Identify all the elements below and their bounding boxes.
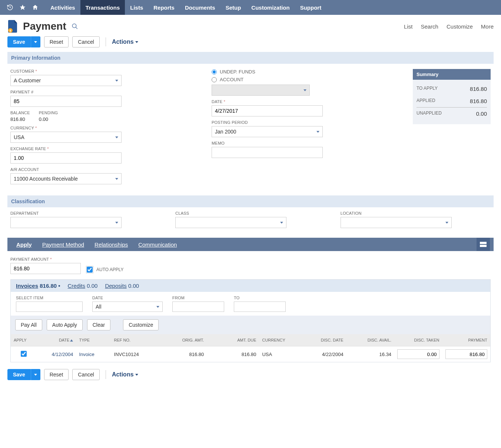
clear-button[interactable]: Clear (87, 319, 110, 330)
col-disc-taken[interactable]: DISC. TAKEN (394, 334, 442, 346)
paymentno-label: PAYMENT # (10, 90, 197, 94)
reset-button-bottom[interactable]: Reset (44, 369, 69, 380)
payment-doc-icon: $ (7, 20, 18, 33)
nav-menu: Activities Transactions Lists Reports Do… (45, 0, 326, 15)
sort-asc-icon (70, 339, 73, 342)
top-nav: Activities Transactions Lists Reports Do… (0, 0, 501, 15)
customer-label: CUSTOMER (10, 69, 197, 73)
location-select[interactable] (341, 217, 452, 228)
filter-date-select[interactable]: All (92, 302, 163, 312)
col-date[interactable]: DATE (37, 334, 76, 346)
row-payment-input[interactable] (445, 349, 488, 359)
nav-activities[interactable]: Activities (45, 0, 80, 15)
star-icon[interactable] (17, 2, 28, 13)
nav-lists[interactable]: Lists (125, 0, 148, 15)
paymentno-input[interactable] (10, 96, 122, 107)
undep-funds-radio[interactable] (212, 69, 217, 75)
filter-from-input[interactable] (172, 302, 224, 312)
balance-value: 816.80 (10, 116, 30, 122)
col-apply[interactable]: APPLY (11, 334, 37, 346)
col-disc-avail[interactable]: DISC. AVAIL. (346, 334, 394, 346)
row-apply-checkbox[interactable] (21, 351, 27, 357)
col-currency[interactable]: CURRENCY (259, 334, 303, 346)
row-date[interactable]: 4/12/2004 (52, 352, 73, 357)
exrate-input[interactable] (10, 152, 122, 164)
link-more[interactable]: More (481, 23, 494, 30)
row-orig-amt: 816.80 (155, 346, 207, 362)
reset-button[interactable]: Reset (44, 36, 69, 47)
class-select[interactable] (175, 217, 286, 228)
svg-point-3 (72, 24, 76, 28)
account-select[interactable] (212, 85, 310, 96)
currency-select[interactable]: USA (10, 132, 122, 143)
nav-support[interactable]: Support (295, 0, 327, 15)
payment-amount-input[interactable] (10, 263, 81, 274)
link-list[interactable]: List (404, 23, 412, 30)
nav-customization[interactable]: Customization (246, 0, 295, 15)
row-type[interactable]: Invoice (79, 352, 94, 357)
save-button-group-bottom: Save (7, 369, 40, 380)
filter-to-input[interactable] (234, 302, 286, 312)
to-apply-label: TO APPLY (417, 86, 438, 92)
inner-tab-credits[interactable]: Credits 0.00 (68, 283, 98, 289)
subtab-communication[interactable]: Communication (133, 241, 182, 248)
cancel-button[interactable]: Cancel (72, 36, 100, 47)
account-radio[interactable] (212, 77, 217, 82)
auto-apply-checkbox[interactable] (87, 267, 93, 273)
subtabs-layout-icon[interactable] (477, 238, 490, 251)
col-orig-amt[interactable]: ORIG. AMT. (155, 334, 207, 346)
posting-select[interactable]: Jan 2000 (212, 126, 323, 137)
save-dropdown-bottom[interactable] (31, 369, 40, 380)
select-item-input[interactable] (16, 302, 83, 312)
col-disc-date[interactable]: DISC. DATE (303, 334, 346, 346)
actions-menu-bottom[interactable]: Actions (112, 371, 138, 378)
customer-select[interactable]: A Customer (10, 75, 122, 86)
col-refno[interactable]: REF NO. (111, 334, 155, 346)
col-payment[interactable]: PAYMENT (442, 334, 491, 346)
col-middle: UNDEP. FUNDS ACCOUNT DATE POSTING PERIOD… (212, 69, 398, 188)
save-button[interactable]: Save (7, 36, 31, 47)
home-icon[interactable] (30, 2, 41, 13)
auto-apply-button[interactable]: Auto Apply (47, 319, 83, 330)
department-select[interactable] (10, 217, 122, 228)
actions-menu[interactable]: Actions (112, 39, 138, 45)
pending-value: 0.00 (39, 116, 58, 122)
svg-rect-6 (480, 245, 487, 247)
unapplied-label: UNAPPLIED (417, 111, 442, 117)
pending-label: PENDING (39, 111, 58, 115)
subtab-payment-method[interactable]: Payment Method (37, 241, 89, 248)
pay-all-button[interactable]: Pay All (15, 319, 42, 330)
link-search[interactable]: Search (421, 23, 438, 30)
row-amt-due: 816.80 (207, 346, 259, 362)
page-header: $ Payment List Search Customize More (0, 15, 501, 35)
filter-from-label: FROM (172, 296, 224, 300)
col-amt-due[interactable]: AMT. DUE (207, 334, 259, 346)
nav-documents[interactable]: Documents (180, 0, 220, 15)
nav-setup[interactable]: Setup (220, 0, 246, 15)
save-button-bottom[interactable]: Save (7, 369, 31, 380)
svg-rect-5 (480, 242, 487, 244)
link-customize[interactable]: Customize (447, 23, 473, 30)
filter-date-label: DATE (92, 296, 163, 300)
nav-reports[interactable]: Reports (148, 0, 180, 15)
apply-area: PAYMENT AMOUNT AUTO APPLY (0, 251, 501, 276)
memo-input[interactable] (212, 147, 323, 158)
subtabs: Apply Payment Method Relationships Commu… (7, 238, 494, 251)
customize-button[interactable]: Customize (123, 319, 159, 330)
history-icon[interactable] (4, 2, 16, 13)
ar-label: A/R ACCOUNT (10, 167, 197, 172)
auto-apply-checkbox-wrap (86, 266, 93, 273)
cancel-button-bottom[interactable]: Cancel (72, 369, 100, 380)
nav-transactions[interactable]: Transactions (80, 0, 125, 15)
summary-title: Summary (413, 69, 491, 80)
subtab-apply[interactable]: Apply (11, 241, 37, 248)
date-input[interactable] (212, 105, 323, 116)
col-type[interactable]: TYPE (76, 334, 111, 346)
subtab-relationships[interactable]: Relationships (89, 241, 133, 248)
ar-select[interactable]: 11000 Accounts Receivable (10, 173, 122, 184)
inner-tab-deposits[interactable]: Deposits 0.00 (105, 283, 139, 289)
row-disc-taken-input[interactable] (397, 349, 439, 359)
title-search-icon[interactable] (72, 23, 78, 30)
save-dropdown[interactable] (31, 36, 40, 47)
inner-tab-invoices[interactable]: Invoices 816.80 (16, 283, 60, 289)
